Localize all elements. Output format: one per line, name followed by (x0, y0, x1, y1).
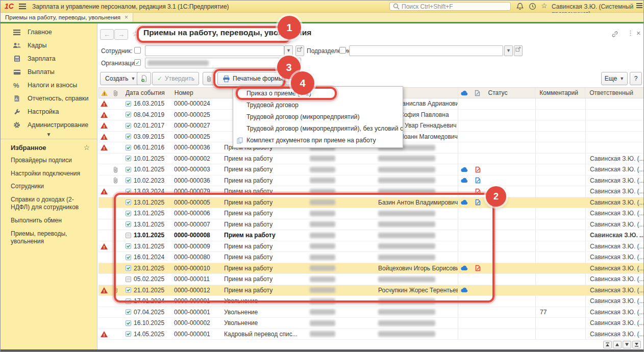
table-row[interactable]: !14.05.20250000-000001Кадровый перевод с… (98, 329, 644, 340)
cell-responsible (585, 132, 644, 142)
tab-hires-transfers[interactable]: Приемы на работу, переводы, увольнения × (1, 13, 133, 22)
column-comment[interactable]: Комментарий (535, 88, 585, 98)
cell-comment (535, 230, 585, 241)
sidebar-item-salary[interactable]: Зарплата (1, 52, 97, 65)
main-menu-icon[interactable] (19, 4, 26, 9)
sidebar-item-reports[interactable]: Отчетность, справки (1, 92, 97, 105)
back-button[interactable]: ← (100, 29, 114, 40)
get-link-icon[interactable] (611, 31, 618, 38)
cell-responsible: Савинская З.Ю. (... (585, 164, 644, 175)
print-form-item-1[interactable]: Трудовой договор (233, 99, 403, 111)
column-status[interactable]: Статус (484, 88, 535, 98)
global-search-input[interactable]: Поиск Ctrl+Shift+F (389, 2, 511, 11)
go-up-button[interactable] (613, 341, 622, 348)
sidebar-item-hr[interactable]: Кадры (1, 39, 97, 52)
star-icon[interactable]: ☆ (83, 143, 90, 152)
cell-number: 0000-000025 (172, 132, 222, 142)
tab-close-icon[interactable]: × (125, 14, 128, 21)
organization-redacted (310, 331, 335, 337)
forward-button[interactable]: → (114, 29, 128, 40)
title-bar: 1С Зарплата и управление персоналом, ред… (1, 1, 643, 13)
department-dropdown-button[interactable]: ▼ (504, 45, 513, 56)
favorite-item-2[interactable]: Сотрудники (1, 180, 96, 193)
gear-icon (13, 121, 21, 129)
go-last-button[interactable] (632, 341, 641, 348)
employee-filter-checkbox[interactable] (134, 47, 141, 54)
more-dots-icon[interactable]: ⋮ (627, 29, 634, 37)
sidebar-item-taxes[interactable]: %Налоги и взносы (1, 79, 97, 92)
cloud-column-icon[interactable] (458, 88, 471, 98)
cell-responsible (585, 98, 644, 109)
help-button[interactable]: ? (630, 72, 642, 85)
sidebar-collapse-chevron[interactable]: ▼ (1, 132, 97, 138)
copy-document-button[interactable] (137, 72, 151, 85)
table-row[interactable]: 10.02.20230000-000036Прием на работуСави… (98, 175, 644, 187)
history-icon[interactable] (529, 3, 536, 10)
cell-responsible: Савинская З.Ю. ... (585, 230, 644, 241)
table-row[interactable]: 10.01.20250000-000003Прием на работуСави… (98, 164, 644, 175)
employee-filter-input[interactable] (145, 45, 284, 56)
favorite-item-5[interactable]: Приемы, переводы, увольнения (1, 228, 96, 248)
print-form-item-2[interactable]: Трудовой договор (микропредприятий) (233, 111, 403, 123)
cell-date: 16.10.2025 (121, 318, 172, 329)
cell-comment (535, 110, 585, 120)
cell-event-type: Прием на работу (222, 164, 308, 175)
employee-dropdown-button[interactable]: ▼ (284, 45, 293, 56)
cell-comment (535, 132, 585, 142)
cell-date: 10.02.2023 (121, 175, 172, 186)
department-filter-input[interactable] (349, 45, 503, 56)
cell-number: 0000-000001 (172, 329, 222, 340)
close-form-icon[interactable]: × (636, 29, 640, 37)
table-row[interactable]: 10.01.20250000-000002Прием на работуСави… (98, 154, 644, 165)
tab-label: Приемы на работу, переводы, увольнения (5, 14, 120, 20)
warn-red-icon: ! (101, 144, 108, 150)
attachment-column-icon[interactable] (110, 88, 121, 98)
sidebar-item-label: Администрирование (28, 121, 88, 129)
sidebar-item-payments[interactable]: Выплаты (1, 65, 97, 79)
table-row[interactable]: 16.10.20250000-000002УвольнениеСавинская… (98, 318, 644, 329)
svg-text:!: ! (104, 102, 105, 107)
cell-comment (535, 219, 585, 230)
table-row[interactable]: 07.04.20250000-000001Увольнение77Савинск… (98, 307, 644, 318)
print-form-item-4[interactable]: Комплект документов при приеме на работу (233, 135, 403, 146)
cell-date: 14.05.2025 (121, 329, 172, 340)
cloud-icon (461, 178, 468, 183)
create-button[interactable]: Создать▼ (100, 72, 141, 85)
favorite-item-4[interactable]: Выполнить обмен (1, 214, 96, 228)
department-open-button[interactable] (514, 45, 523, 56)
column-date[interactable]: Дата события (121, 88, 172, 98)
cell-comment (535, 175, 585, 186)
go-first-button[interactable] (603, 341, 612, 348)
callout-badge-4: 4 (291, 71, 314, 95)
department-filter-checkbox[interactable] (339, 47, 346, 54)
favorite-item-3[interactable]: Справки о доходах (2-НДФЛ) для сотрудник… (1, 193, 96, 214)
favorite-item-1[interactable]: Настройки подключения (1, 167, 96, 181)
notifications-bell-icon[interactable] (516, 3, 524, 10)
favorites-star-icon[interactable]: ☆ (541, 2, 548, 10)
cell-responsible (585, 142, 644, 153)
employee-open-button[interactable] (295, 45, 304, 56)
column-responsible[interactable]: Ответственный (585, 88, 644, 98)
sidebar-item-settings[interactable]: Настройка (1, 105, 97, 118)
chevron-down-icon: ▼ (620, 76, 624, 81)
window-title: Зарплата и управление персоналом, редакц… (32, 3, 229, 10)
chevron-down-icon: ▼ (131, 76, 136, 81)
warn-red-icon: ! (101, 243, 108, 249)
sidebar-item-admin[interactable]: Администрирование (1, 118, 97, 132)
check-icon: ✓ (157, 75, 162, 82)
date-value: 16.10.2025 (134, 319, 164, 326)
sidebar-item-home[interactable]: Главное (1, 26, 97, 39)
doc-posted-icon (125, 155, 132, 162)
more-button[interactable]: Еще▼ (601, 72, 628, 85)
print-form-item-3[interactable]: Трудовой договор (микропредприятий), без… (233, 123, 403, 135)
organization-filter-input[interactable] (145, 58, 291, 68)
organization-filter-checkbox[interactable]: ✓ (134, 59, 141, 66)
approve-button[interactable]: ✓ Утвердить (152, 72, 199, 85)
global-functions-menu-icon[interactable] (636, 3, 643, 9)
svg-text:!: ! (104, 244, 105, 249)
go-down-button[interactable] (623, 341, 631, 348)
warning-column-icon[interactable]: ! (99, 88, 110, 98)
favorite-item-0[interactable]: Провайдеры подписи (1, 154, 96, 167)
signing-column-icon[interactable] (471, 88, 484, 98)
column-number[interactable]: Номер (172, 88, 222, 98)
